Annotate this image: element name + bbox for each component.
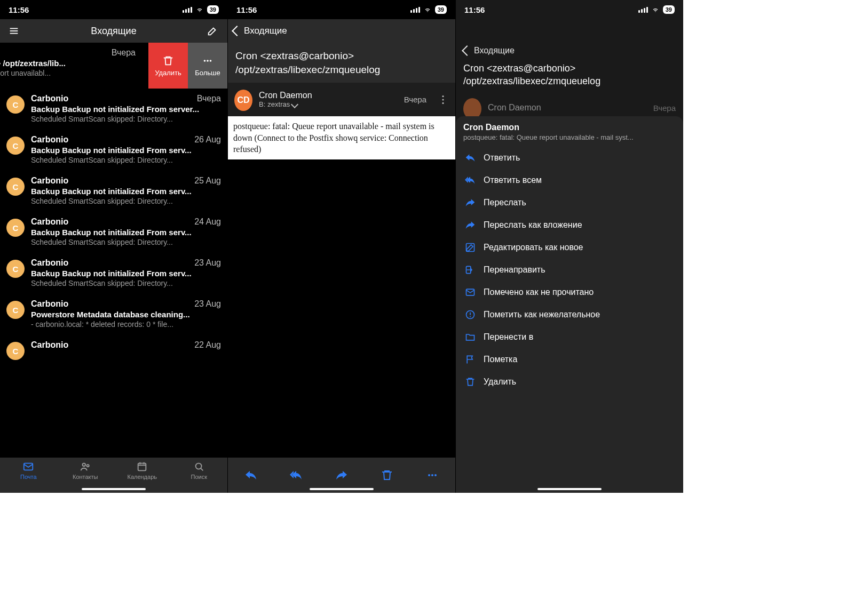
subject-line: Backup Backup not initialized From serv.… [31, 228, 221, 237]
chevron-down-icon [291, 101, 298, 108]
calendar-icon [136, 461, 148, 473]
mail-icon [464, 286, 476, 298]
list-item[interactable]: C Carbonio25 Aug Backup Backup not initi… [0, 171, 227, 212]
sheet-action-spam[interactable]: Пометить как нежелательное [456, 303, 683, 326]
sheet-action-reply[interactable]: Ответить [456, 147, 683, 169]
reply-all-button[interactable] [286, 465, 307, 486]
clock: 11:56 [464, 5, 485, 14]
sheet-action-folder[interactable]: Перенести в [456, 326, 683, 348]
flag-icon [464, 354, 476, 365]
redirect-icon [464, 264, 476, 276]
spam-icon [464, 309, 476, 321]
svg-point-14 [195, 463, 201, 469]
clock: 11:56 [236, 5, 257, 14]
signal-icon [638, 6, 648, 13]
from-name: Cron Daemon [259, 91, 312, 100]
sender-name: Carbonio [31, 135, 68, 145]
list-item[interactable]: C Carbonio22 Aug [0, 335, 227, 366]
list-item[interactable]: C Carbonio24 Aug Backup Backup not initi… [0, 212, 227, 253]
edit-icon [464, 242, 476, 253]
preview-line: Scheduled SmartScan skipped: Directory..… [31, 279, 221, 287]
home-indicator [537, 488, 602, 490]
sheet-action-mail[interactable]: Помечено как не прочитано [456, 281, 683, 303]
avatar: C [6, 137, 25, 155]
tab-search[interactable]: Поиск [171, 458, 228, 480]
contacts-icon [80, 461, 91, 473]
tab-calendar[interactable]: Календарь [114, 458, 171, 480]
message-list[interactable]: monВчера ras@carbonio> /opt/zextras/lib.… [0, 43, 227, 458]
sheet-action-edit[interactable]: Редактировать как новое [456, 236, 683, 259]
battery-badge: 39 [435, 5, 447, 14]
back-button[interactable]: Входящие [463, 46, 676, 55]
back-button[interactable]: Входящие [233, 26, 287, 36]
mail-detail-pane: 11:56 39 Входящие Cron <zextras@carbonio… [227, 0, 455, 493]
wifi-icon [423, 6, 432, 13]
avatar: C [6, 95, 25, 114]
reply-icon [464, 152, 476, 164]
subject-line: Backup Backup not initialized From serv.… [31, 187, 221, 196]
avatar: C [6, 178, 25, 196]
sender-name: Carbonio [31, 176, 68, 186]
sender-name: Carbonio [31, 258, 68, 268]
status-bar: 11:56 39 [228, 0, 455, 19]
svg-line-15 [201, 468, 203, 470]
sender-name: Carbonio [31, 299, 68, 309]
sheet-action-forward[interactable]: Переслать [456, 191, 683, 214]
list-item[interactable]: C CarbonioВчера Backup Backup not initia… [0, 89, 227, 130]
swipe-delete-button[interactable]: Удалить [148, 43, 188, 89]
avatar: C [6, 260, 25, 278]
more-horizontal-icon [426, 469, 439, 482]
folder-icon [464, 331, 476, 343]
sheet-action-redirect[interactable]: Перенаправить [456, 259, 683, 281]
trash-icon [162, 55, 174, 67]
forward-icon [464, 219, 476, 231]
wifi-icon [651, 6, 660, 13]
delete-button[interactable] [376, 465, 398, 486]
sheet-action-trash[interactable]: Удалить [456, 371, 683, 393]
trash-icon [464, 376, 476, 388]
message-body: postqueue: fatal: Queue report unavailab… [228, 116, 455, 159]
avatar: C [6, 342, 25, 360]
preview-line: - carbonio.local: * deleted records: 0 *… [31, 320, 221, 329]
sheet-header: Cron Daemon postqueue: fatal: Queue repo… [456, 116, 683, 147]
action-sheet: Cron Daemon postqueue: fatal: Queue repo… [456, 116, 683, 493]
menu-icon[interactable] [4, 21, 23, 41]
subject-line: Backup Backup not initialized From serve… [31, 105, 221, 114]
sheet-action-reply-all[interactable]: Ответить всем [456, 169, 683, 191]
reply-button[interactable] [240, 465, 262, 486]
from-row[interactable]: CD Cron Daemon В: zextras Вчера [228, 83, 455, 116]
forward-icon [464, 197, 476, 209]
sheet-action-flag[interactable]: Пометка [456, 348, 683, 371]
swipe-more-button[interactable]: Больше [188, 43, 227, 89]
list-item[interactable]: C Carbonio23 Aug Powerstore Metadata dat… [0, 294, 227, 335]
svg-point-19 [428, 474, 430, 476]
forward-button[interactable] [331, 465, 352, 486]
preview-line: Scheduled SmartScan skipped: Directory..… [31, 115, 221, 123]
list-item[interactable]: C Carbonio26 Aug Backup Backup not initi… [0, 130, 227, 171]
to-field[interactable]: В: zextras [259, 100, 312, 108]
sender-name: Carbonio [31, 94, 68, 103]
swiped-row[interactable]: monВчера ras@carbonio> /opt/zextras/lib.… [0, 43, 227, 89]
sheet-action-forward[interactable]: Переслать как вложение [456, 214, 683, 236]
list-item[interactable]: C Carbonio23 Aug Backup Backup not initi… [0, 253, 227, 294]
compose-icon[interactable] [203, 21, 222, 41]
home-indicator [310, 488, 374, 490]
svg-point-21 [434, 474, 437, 476]
svg-point-17 [442, 99, 444, 100]
battery-badge: 39 [207, 5, 219, 14]
trash-icon [381, 469, 393, 482]
subject: Cron <zextras@carbonio> /opt/zextras/lib… [463, 62, 676, 88]
wifi-icon [195, 6, 204, 13]
forward-icon [335, 469, 348, 482]
subject-line: ras@carbonio> /opt/zextras/lib... [0, 59, 136, 68]
search-icon [193, 461, 205, 473]
svg-point-8 [82, 463, 85, 467]
more-icon[interactable] [437, 94, 449, 106]
tab-mail[interactable]: Почта [0, 458, 57, 480]
detail-topbar: Входящие [228, 19, 455, 43]
more-button[interactable] [422, 465, 443, 486]
svg-point-9 [86, 465, 89, 467]
tab-contacts[interactable]: Контакты [57, 458, 114, 480]
svg-rect-3 [208, 27, 217, 36]
mail-icon [22, 461, 34, 473]
